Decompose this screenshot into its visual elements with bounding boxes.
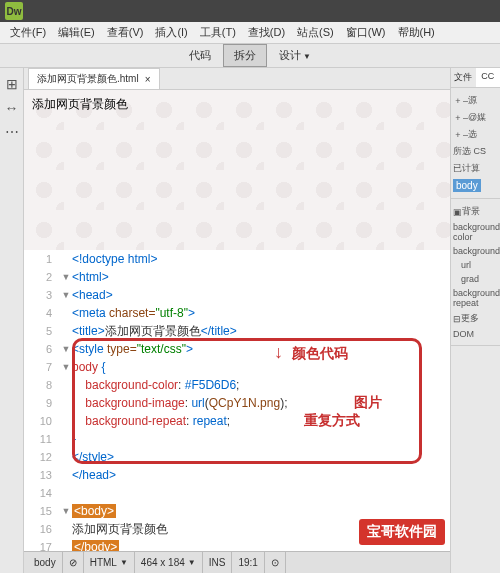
menu-site[interactable]: 站点(S) [291,23,340,42]
document-tab[interactable]: 添加网页背景颜色.html × [28,68,160,89]
line-number: 8 [24,379,60,391]
preview-background [24,90,450,250]
properties-section: ▣ 背景 background-color background url gra… [451,199,500,346]
panel-tabs: 文件 CC [451,68,500,88]
line-number: 6 [24,343,60,355]
status-bar: body ⊘ HTML ▼ 464 x 184 ▼ INS 19:1 ⊙ [24,551,450,573]
line-number: 16 [24,523,60,535]
panel-tab-files[interactable]: 文件 [451,68,476,87]
status-encoding-icon[interactable]: ⊙ [265,552,286,573]
tab-close-button[interactable]: × [145,74,151,85]
app-window: Dw 文件(F) 编辑(E) 查看(V) 插入(I) 工具(T) 查找(D) 站… [0,0,500,573]
menu-tools[interactable]: 工具(T) [194,23,242,42]
line-number: 10 [24,415,60,427]
line-number: 2 [24,271,60,283]
line-number: 4 [24,307,60,319]
titlebar: Dw [0,0,500,22]
menu-view[interactable]: 查看(V) [101,23,150,42]
prop-bg-image[interactable]: background [453,244,498,258]
line-number: 12 [24,451,60,463]
line-number: 14 [24,487,60,499]
line-number: 17 [24,541,60,551]
view-toolbar: 代码 拆分 设计▼ [0,44,500,68]
more-row[interactable]: ⊟ 更多 [453,310,498,327]
prop-bg-repeat[interactable]: background-repeat [453,286,498,310]
dom-row[interactable]: DOM [453,327,498,341]
media-row[interactable]: +– @媒 [453,109,498,126]
source-row[interactable]: +– 源 [453,92,498,109]
status-dimensions[interactable]: 464 x 184 ▼ [135,552,203,573]
view-design-button[interactable]: 设计▼ [269,45,321,66]
main-area: ⊞ ↔ ⋯ 添加网页背景颜色.html × 添加网页背景颜色 1<!doctyp… [0,68,500,573]
sources-section: +– 源 +– @媒 +– 选 所选 CS 已计算 body [451,88,500,199]
bg-section-header[interactable]: ▣ 背景 [453,203,498,220]
prop-gradient[interactable]: grad [453,272,498,286]
menubar: 文件(F) 编辑(E) 查看(V) 插入(I) 工具(T) 查找(D) 站点(S… [0,22,500,44]
line-number: 15 [24,505,60,517]
prop-bg-color[interactable]: background-color [453,220,498,244]
line-number: 9 [24,397,60,409]
tool-more-icon[interactable]: ⋯ [2,122,22,142]
status-tag-path[interactable]: body [28,552,63,573]
css-label: 所选 CS [453,143,498,160]
line-number: 1 [24,253,60,265]
code-editor[interactable]: 1<!doctype html> 2▼<html> 3▼<head> 4<met… [24,250,450,551]
preview-pane[interactable]: 添加网页背景颜色 [24,90,450,250]
line-number: 13 [24,469,60,481]
menu-file[interactable]: 文件(F) [4,23,52,42]
line-number: 3 [24,289,60,301]
right-panel: 文件 CC +– 源 +– @媒 +– 选 所选 CS 已计算 body ▣ 背… [450,68,500,573]
tool-layout-icon[interactable]: ⊞ [2,74,22,94]
tool-expand-icon[interactable]: ↔ [2,98,22,118]
menu-insert[interactable]: 插入(I) [149,23,193,42]
status-doctype[interactable]: HTML ▼ [84,552,135,573]
line-number: 11 [24,433,60,445]
menu-find[interactable]: 查找(D) [242,23,291,42]
view-split-button[interactable]: 拆分 [223,44,267,67]
menu-help[interactable]: 帮助(H) [392,23,441,42]
status-ins-mode[interactable]: INS [203,552,233,573]
tab-bar: 添加网页背景颜色.html × [24,68,450,90]
menu-window[interactable]: 窗口(W) [340,23,392,42]
selector-body[interactable]: body [453,177,498,194]
tab-label: 添加网页背景颜色.html [37,72,139,86]
line-number: 7 [24,361,60,373]
dreamweaver-logo: Dw [5,2,23,20]
status-cursor-pos: 19:1 [232,552,264,573]
line-number: 5 [24,325,60,337]
document-area: 添加网页背景颜色.html × 添加网页背景颜色 1<!doctype html… [24,68,450,573]
prop-url[interactable]: url [453,258,498,272]
panel-tab-cc[interactable]: CC [476,68,501,87]
view-code-button[interactable]: 代码 [179,45,221,66]
selectors-row[interactable]: +– 选 [453,126,498,143]
left-toolbar: ⊞ ↔ ⋯ [0,68,24,573]
status-info-icon[interactable]: ⊘ [63,552,84,573]
preview-body-text: 添加网页背景颜色 [32,96,128,113]
computed-label: 已计算 [453,160,498,177]
menu-edit[interactable]: 编辑(E) [52,23,101,42]
